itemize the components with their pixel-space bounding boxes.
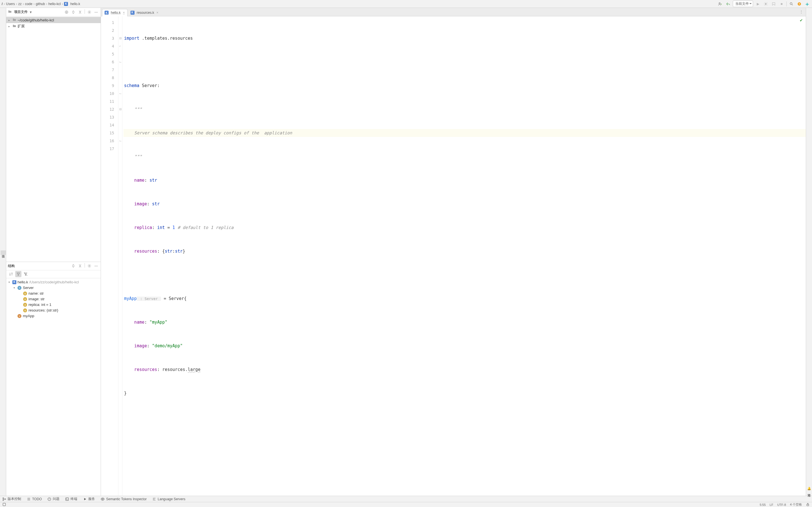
code[interactable]: import .templates.resources schema Serve… [122, 16, 806, 496]
minimize-icon[interactable]: — [93, 9, 99, 15]
tab-hello-k[interactable]: K hello.k × [102, 9, 128, 16]
tree-toggler-icon[interactable]: ▸ [8, 25, 12, 28]
rail-notifications[interactable]: 🔔 通知 [806, 485, 812, 494]
collapse-all-icon[interactable] [77, 263, 83, 269]
tok-type: int [157, 225, 165, 230]
tree-toggler-icon[interactable]: ▾ [8, 281, 12, 284]
tab-resources-k[interactable]: K resources.k × [128, 9, 161, 16]
back-arrow-icon[interactable] [725, 1, 731, 7]
chevron-down-icon[interactable]: ▾ [30, 10, 32, 14]
tok-str: "myApp" [149, 320, 167, 325]
bb-todo[interactable]: TODO [27, 497, 42, 501]
gear-icon[interactable] [87, 263, 92, 269]
tok-type: str [152, 202, 160, 207]
search-icon[interactable] [788, 1, 795, 7]
tok-type: str [175, 249, 183, 254]
filter-icon[interactable] [15, 271, 21, 277]
tree-row-root[interactable]: ▸ ~/code/github/hello-kcl [6, 17, 101, 23]
editor-body[interactable]: ✔ 1234567891011121314151617 ⊟⌐⌙⌙⊟⌙ impor… [101, 16, 806, 496]
ai-assistant-icon[interactable] [804, 1, 810, 7]
top-bar: / › Users › zz › code › github › hello-k… [0, 0, 812, 8]
crumb-root[interactable]: / [2, 2, 3, 6]
tabs: K hello.k × K resources.k × ⋮ [101, 8, 806, 16]
structure-attr-row[interactable]: a name: str [6, 291, 101, 296]
project-tree[interactable]: ▸ ~/code/github/hello-kcl ▸ 扩展 [6, 16, 101, 262]
minimize-icon[interactable]: — [93, 263, 99, 269]
tok-colon: : [157, 83, 160, 88]
update-icon[interactable] [796, 1, 802, 7]
tok-colon: : [152, 225, 157, 230]
tok-colon: : [147, 343, 152, 348]
collapse-all-icon[interactable] [77, 9, 83, 15]
svg-point-8 [3, 497, 4, 499]
tok-prop: image [124, 202, 147, 207]
fold-gutter[interactable]: ⊟⌐⌙⌙⊟⌙ [118, 16, 122, 496]
structure-tree[interactable]: ▾ K hello.k /Users/zz/code/github/hello-… [6, 278, 101, 496]
close-icon[interactable]: × [156, 11, 158, 15]
bb-label: Semantic Tokens Inspector [106, 497, 147, 501]
attr-badge-icon: a [23, 308, 27, 313]
structure-var-row[interactable]: v myApp [6, 313, 101, 319]
debug-icon[interactable] [763, 1, 769, 7]
schema-badge-icon: S [17, 286, 21, 290]
bb-label: 问题 [53, 497, 59, 501]
tok-comment: # default to 1 replica [175, 225, 234, 230]
close-icon[interactable]: × [123, 11, 125, 15]
user-with-icon[interactable] [717, 1, 723, 7]
structure-attr-row[interactable]: a resources: {str:str} [6, 307, 101, 313]
crumb-hello-kcl[interactable]: hello-kcl [48, 2, 61, 6]
left-panel: 项目文件 ▾ — [6, 8, 101, 496]
coverage-icon[interactable] [770, 1, 777, 7]
tok-num: 1 [172, 225, 175, 230]
tree-toggler-icon[interactable]: ▾ [13, 286, 17, 289]
bb-services[interactable]: 服务 [83, 497, 95, 501]
crumb-code[interactable]: code [25, 2, 33, 6]
status-indent[interactable]: 4 个空格 [790, 503, 802, 507]
bb-language-servers[interactable]: Language Servers [152, 497, 185, 501]
crumb-hello-k[interactable]: hello.k [70, 2, 80, 6]
gear-icon[interactable] [87, 9, 92, 15]
tok-eq: = [165, 225, 172, 230]
structure-attr-row[interactable]: a replica: int = 1 [6, 302, 101, 307]
expand-all-icon[interactable] [70, 9, 76, 15]
tab-label: resources.k [137, 11, 154, 15]
tree-toggler-icon[interactable]: ▸ [8, 18, 12, 22]
bb-label: Language Servers [158, 497, 185, 501]
crumb-github[interactable]: github [36, 2, 45, 6]
crumb-users[interactable]: Users [6, 2, 15, 6]
status-eol[interactable]: LF [770, 503, 773, 506]
left-rail: 项目 书签 结构 [0, 8, 6, 496]
bb-semantic-tokens[interactable]: Semantic Tokens Inspector [101, 497, 147, 501]
stop-icon[interactable]: ■ [778, 1, 784, 7]
filter2-icon[interactable] [22, 271, 29, 277]
structure-file-row[interactable]: ▾ K hello.k /Users/zz/code/github/hello-… [6, 279, 101, 285]
crumb-zz[interactable]: zz [18, 2, 22, 6]
status-box-icon[interactable] [2, 503, 6, 507]
tok-type: str [165, 249, 172, 254]
bottom-bar: 版本控制 TODO 问题 终端 服务 Semantic Tokens Inspe… [0, 496, 812, 502]
rail-bookmarks[interactable]: 书签 [0, 250, 1, 255]
run-icon[interactable]: ▶ [755, 1, 761, 7]
run-config-label: 当前文件 [735, 2, 749, 6]
structure-schema-row[interactable]: ▾ S Server [6, 285, 101, 291]
rail-project[interactable]: 项目 [1, 250, 6, 255]
tok-var: myApp [124, 296, 137, 301]
status-encoding[interactable]: UTF-8 [777, 503, 786, 506]
bb-vcs[interactable]: 版本控制 [2, 497, 21, 501]
structure-attr-row[interactable]: a image: str [6, 296, 101, 302]
tok-brace: { [184, 296, 187, 301]
chevron-icon: › [4, 2, 5, 6]
locate-icon[interactable] [64, 9, 69, 15]
bb-terminal[interactable]: 终端 [65, 497, 77, 501]
nav-right: 当前文件 ▶ ■ [717, 1, 810, 7]
expand-all-icon[interactable] [70, 263, 76, 269]
status-cursor[interactable]: 5:55 [760, 503, 765, 506]
run-config-dropdown[interactable]: 当前文件 [733, 1, 753, 7]
tree-row-ext[interactable]: ▸ 扩展 [6, 23, 101, 29]
bb-problems[interactable]: 问题 [47, 497, 59, 501]
svg-rect-15 [807, 504, 809, 506]
sort-icon[interactable] [8, 271, 14, 277]
lock-icon[interactable] [806, 503, 810, 507]
right-rail: 🔔 通知 [806, 8, 812, 496]
tabs-menu-icon[interactable]: ⋮ [799, 9, 804, 15]
